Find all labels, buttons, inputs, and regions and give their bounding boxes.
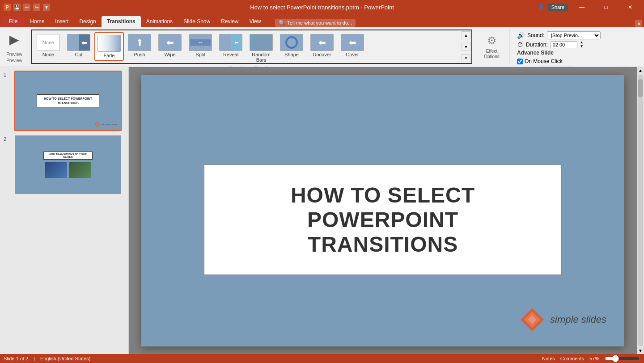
- tab-file[interactable]: File: [2, 16, 25, 27]
- duration-input[interactable]: [551, 41, 577, 48]
- comments-btn[interactable]: Comments: [560, 356, 584, 361]
- tab-home[interactable]: Home: [25, 16, 50, 27]
- tab-review[interactable]: Review: [216, 16, 244, 27]
- title-bar: P 💾 ↩ ↪ ▼ How to select PowerPoint trans…: [0, 0, 644, 14]
- push-arrow-icon: ⬆: [136, 37, 144, 48]
- transition-none[interactable]: None None: [34, 32, 63, 59]
- slide-panel: 1 HOW TO SELECT POWERPOINTTRANSITIONS si…: [0, 67, 129, 354]
- logo-diamond-small: [94, 121, 101, 127]
- reveal-panel-icon: ⬅: [231, 34, 242, 51]
- tab-slideshow[interactable]: Slide Show: [178, 16, 216, 27]
- shape-transition-icon: [280, 34, 303, 51]
- transition-fade[interactable]: Fade: [94, 32, 124, 61]
- slide-view: HOW TO SELECT POWERPOINT TRANSITIONS sim…: [129, 67, 637, 354]
- maximize-btn[interactable]: □: [596, 0, 616, 14]
- title-bar-controls: 👤 Share — □ ✕: [538, 0, 640, 14]
- scroll-down-arrow[interactable]: ▼: [637, 347, 644, 354]
- tab-view[interactable]: View: [244, 16, 267, 27]
- share-btn[interactable]: Share: [548, 4, 568, 11]
- slide-1-logo: simple slides: [94, 121, 117, 127]
- search-placeholder: Tell me what you want to do...: [287, 20, 352, 25]
- account-btn[interactable]: 👤: [538, 4, 544, 10]
- split-left-icon: ↔: [190, 39, 211, 46]
- reveal-label: Reveal: [223, 52, 238, 57]
- logo-diamond-main: [519, 306, 546, 333]
- search-icon: 🔍: [279, 20, 285, 26]
- slide-2-img-2: [69, 162, 91, 178]
- ribbon-tab-bar: File Home Insert Design Transitions Anim…: [0, 14, 644, 27]
- transition-reveal[interactable]: ⬅ Reveal: [216, 32, 246, 59]
- slide-1-title: HOW TO SELECT POWERPOINTTRANSITIONS: [41, 97, 95, 105]
- scroll-more-btn[interactable]: ≡: [462, 54, 470, 62]
- scroll-up-arrow[interactable]: ▲: [637, 67, 644, 74]
- search-box[interactable]: 🔍 Tell me what you want to do...: [275, 19, 356, 27]
- cover-label: Cover: [346, 52, 359, 57]
- undo-icon[interactable]: ↩: [23, 4, 30, 11]
- tab-transitions[interactable]: Transitions: [102, 16, 141, 27]
- on-mouse-click-row: On Mouse Click: [517, 58, 637, 64]
- cut-label: Cut: [75, 52, 82, 57]
- notes-btn[interactable]: Notes: [542, 356, 555, 361]
- scroll-thumb[interactable]: [638, 79, 643, 97]
- slide-1-title-box: HOW TO SELECT POWERPOINTTRANSITIONS: [37, 94, 99, 107]
- redo-icon[interactable]: ↪: [33, 4, 40, 11]
- tab-design[interactable]: Design: [74, 16, 101, 27]
- duration-up-btn[interactable]: ▲: [580, 41, 584, 44]
- slide-thumb-img-2[interactable]: ADD TRANSITIONS TO YOUR SLIDES: [14, 135, 122, 195]
- close-btn[interactable]: ✕: [620, 0, 640, 14]
- transition-cover[interactable]: ⬅ Cover: [338, 32, 367, 59]
- transition-random-bars[interactable]: Random Bars: [246, 32, 276, 63]
- effect-options-btn[interactable]: ⚙ EffectOptions: [474, 29, 510, 65]
- slide-info: Slide 1 of 2: [4, 356, 28, 361]
- transition-push[interactable]: ⬆ Push: [125, 32, 154, 59]
- fade-transition-icon: [97, 35, 121, 52]
- slide-title-text: HOW TO SELECT POWERPOINT TRANSITIONS: [218, 183, 548, 257]
- tab-insert[interactable]: Insert: [50, 16, 74, 27]
- slide-thumbnail-2[interactable]: 2 ADD TRANSITIONS TO YOUR SLIDES: [4, 135, 125, 195]
- effect-options-icon: ⚙: [487, 34, 497, 47]
- sound-dropdown[interactable]: [Stop Previo...: [547, 31, 601, 39]
- minimize-btn[interactable]: —: [572, 0, 592, 14]
- transition-shape[interactable]: Shape: [277, 32, 306, 59]
- slide-number-2: 2: [4, 135, 11, 142]
- slide-logo: simple slides: [519, 306, 606, 333]
- cover-arrow-icon: ⬅: [349, 37, 356, 48]
- scroll-up-btn[interactable]: ▲: [462, 31, 470, 39]
- reveal-transition-icon: ⬅: [219, 34, 242, 51]
- tab-animations[interactable]: Animations: [141, 16, 178, 27]
- wipe-label: Wipe: [164, 52, 175, 57]
- transition-cut[interactable]: ⬅ Cut: [64, 32, 93, 59]
- slide-2-title: ADD TRANSITIONS TO YOUR SLIDES: [49, 153, 87, 158]
- duration-row: ⏱ Duration: ▲ ▼: [517, 41, 637, 48]
- sound-label: Sound:: [527, 32, 544, 38]
- duration-down-btn[interactable]: ▼: [580, 45, 584, 48]
- none-transition-icon: None: [37, 34, 60, 51]
- scroll-track: [638, 75, 643, 346]
- ribbon-collapse-btn[interactable]: ∧: [635, 20, 642, 27]
- main-content: 1 HOW TO SELECT POWERPOINTTRANSITIONS si…: [0, 67, 644, 354]
- transition-wipe[interactable]: ⬅ Wipe: [155, 32, 185, 59]
- transition-split[interactable]: ↔ Split: [186, 32, 215, 59]
- preview-button[interactable]: ▶: [5, 30, 23, 48]
- status-bar: Slide 1 of 2 | English (United States) N…: [0, 354, 644, 363]
- uncover-arrow-icon: ⬅: [318, 37, 326, 48]
- slide-thumbnail-1[interactable]: 1 HOW TO SELECT POWERPOINTTRANSITIONS si…: [4, 71, 125, 131]
- scroll-down-btn[interactable]: ▼: [462, 43, 470, 51]
- slide-number-1: 1: [4, 71, 11, 78]
- slide-title-box: HOW TO SELECT POWERPOINT TRANSITIONS: [204, 165, 562, 275]
- right-scrollbar: ▲ ▼: [637, 67, 644, 354]
- slide-1-logo-text: simple slides: [102, 123, 117, 126]
- none-icon-text: None: [42, 40, 54, 45]
- random-bars-transition-icon: [250, 34, 273, 51]
- slide-2-content: ADD TRANSITIONS TO YOUR SLIDES: [15, 135, 121, 194]
- zoom-slider[interactable]: [605, 355, 640, 362]
- preview-section-divider: Preview: [3, 57, 25, 63]
- shape-circle-icon: [285, 36, 298, 49]
- save-icon[interactable]: 💾: [13, 4, 21, 11]
- on-mouse-click-checkbox[interactable]: [517, 59, 523, 64]
- slide-thumb-img-1[interactable]: HOW TO SELECT POWERPOINTTRANSITIONS simp…: [14, 71, 122, 131]
- language-info: English (United States): [40, 356, 91, 361]
- transition-uncover[interactable]: ⬅ Uncover: [307, 32, 337, 59]
- status-separator-1: |: [34, 356, 35, 361]
- customize-icon[interactable]: ▼: [43, 4, 50, 11]
